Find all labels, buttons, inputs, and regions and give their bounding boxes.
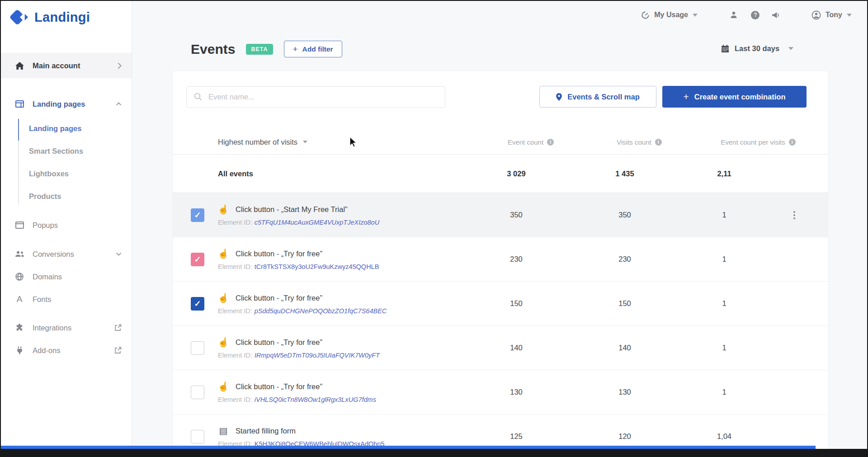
info-icon[interactable]: i [655, 139, 662, 146]
event-count-value: 350 [471, 211, 561, 219]
event-row[interactable]: ✓ ☝ Click button - „Try for free” Elemen… [173, 282, 828, 326]
gauge-icon [641, 11, 650, 19]
add-filter-label: Add filter [302, 45, 333, 53]
all-events-visits-count: 1 435 [561, 170, 688, 178]
sidebar-item-conversions[interactable]: Conversions [1, 243, 132, 265]
info-icon[interactable]: i [547, 139, 554, 146]
bottom-strip [1, 449, 867, 456]
sidebar-item-fonts[interactable]: A Fonts [1, 288, 132, 311]
row-menu-kebab-icon[interactable] [791, 208, 798, 222]
row-checkbox[interactable]: ✓ [191, 297, 204, 311]
help-icon: ? [751, 11, 760, 19]
event-count-value: 130 [471, 388, 561, 396]
chevron-up-icon [116, 102, 122, 106]
check-icon: ✓ [194, 299, 201, 309]
row-checkbox[interactable] [191, 341, 204, 355]
row-checkbox[interactable] [191, 430, 204, 443]
event-name: Click button - „Try for free” [236, 338, 322, 347]
visits-count-value: 120 [561, 432, 688, 441]
info-icon[interactable]: i [789, 139, 796, 146]
click-icon: ☝ [218, 292, 229, 303]
event-count-value: 140 [471, 344, 561, 352]
events-scroll-map-button[interactable]: Events & Scroll map [539, 86, 656, 108]
sidebar-item-label: Main account [33, 61, 80, 70]
per-visits-value: 1 [688, 344, 760, 352]
visits-count-value: 350 [561, 211, 688, 219]
column-header-event-count-per-visits: Event count per visitsi [688, 138, 828, 146]
row-checkbox[interactable] [191, 386, 204, 399]
row-checkbox[interactable]: ✓ [191, 253, 204, 266]
topbar: My Usage ? Tony [132, 1, 867, 29]
plus-icon: + [293, 44, 298, 54]
card-toolbar: Events & Scroll map + Create event combi… [186, 86, 807, 108]
event-name: Click button - „Try for free” [236, 382, 322, 391]
sidebar-item-products[interactable]: Products [1, 185, 132, 207]
element-id-link[interactable]: iVHLSQ0icTn8W8Ow1glRgx3LxUG7fdms [255, 396, 376, 403]
brand-name: Landingi [34, 10, 90, 25]
sidebar-item-popups[interactable]: Popups [1, 214, 132, 236]
sidebar-item-label: Popups [33, 221, 58, 230]
my-usage-dropdown[interactable]: My Usage [641, 11, 698, 19]
sidebar-item-label: Add-ons [33, 346, 60, 355]
click-icon: ☝ [218, 204, 229, 215]
element-id-label: Element ID: [218, 307, 252, 315]
sidebar-item-label: Landing pages [33, 100, 85, 108]
event-row[interactable]: ☝ Click button - „Try for free” Element … [173, 326, 828, 370]
element-id-link[interactable]: pSdd5quDCHGNePOQObzZO1fqC7S64BEC [255, 307, 387, 315]
announcements-button[interactable] [766, 11, 788, 19]
caret-down-icon [693, 14, 698, 17]
search-icon [194, 93, 202, 101]
event-name: Click button - „Try for free” [236, 294, 322, 302]
landingi-logo[interactable]: Landingi [9, 8, 90, 26]
beta-badge: BETA [246, 44, 273, 55]
click-icon: ☝ [218, 337, 229, 348]
landing-pages-icon [14, 100, 24, 108]
element-id-link[interactable]: tCr8TkSTSX8y3oU2Fw9uKzwyz45QQHLB [255, 263, 379, 270]
sidebar-item-add-ons[interactable]: Add-ons [1, 339, 132, 362]
chevron-right-icon [118, 62, 122, 69]
element-id-label: Element ID: [218, 352, 252, 359]
check-icon: ✓ [194, 254, 201, 264]
event-row[interactable]: ✓ ☝ Click button - „Try for free” Elemen… [173, 237, 828, 282]
puzzle-icon [14, 324, 24, 332]
row-checkbox[interactable]: ✓ [191, 208, 204, 222]
sidebar-group-landing-pages[interactable]: Landing pages [1, 93, 132, 115]
team-icon [729, 11, 739, 19]
events-table-body: ✓ ☝ Click button - „Start My Free Trial”… [173, 193, 828, 457]
check-icon: ✓ [194, 210, 201, 220]
add-filter-button[interactable]: + Add filter [284, 41, 342, 57]
team-button[interactable] [723, 11, 745, 19]
all-events-label: All events [218, 170, 471, 178]
sidebar-item-landing-pages[interactable]: Landing pages [1, 117, 132, 140]
sidebar-item-smart-sections[interactable]: Smart Sections [1, 140, 132, 162]
landing-pages-submenu: Landing pages Smart Sections Lightboxes … [1, 117, 132, 207]
user-menu[interactable]: Tony [811, 10, 852, 20]
search-input[interactable] [208, 93, 438, 101]
event-count-value: 230 [471, 255, 561, 264]
sidebar-item-domains[interactable]: Domains [1, 265, 132, 288]
map-pin-icon [556, 93, 562, 101]
sidebar-item-main-account[interactable]: Main account [1, 53, 132, 78]
date-range-dropdown[interactable]: Last 30 days [721, 44, 793, 53]
video-progress-bar [1, 446, 816, 449]
event-row[interactable]: ☝ Click button - „Try for free” Element … [173, 370, 828, 415]
external-link-icon [114, 347, 122, 354]
sort-dropdown[interactable]: Highest number of visits [173, 138, 471, 146]
help-button[interactable]: ? [745, 11, 766, 19]
event-row[interactable]: ✓ ☝ Click button - „Start My Free Trial”… [173, 193, 828, 237]
element-id-link[interactable]: IRmpqW5eDTmT09oJ5IUIaFQVIK7W0yFT [255, 352, 380, 359]
element-id-label: Element ID: [218, 263, 252, 270]
sidebar-item-lightboxes[interactable]: Lightboxes [1, 162, 132, 185]
create-event-combination-button[interactable]: + Create event combination [662, 86, 807, 108]
all-events-row: All events 3 029 1 435 2,11 [173, 155, 828, 193]
user-avatar-icon [811, 10, 821, 20]
column-header-visits-count: Visits counti [576, 138, 703, 146]
table-header-row: Highest number of visits Event counti Vi… [173, 130, 828, 155]
sidebar-item-integrations[interactable]: Integrations [1, 316, 132, 339]
users-icon [14, 251, 24, 257]
page-header: Events BETA + Add filter [191, 41, 342, 57]
element-id-link[interactable]: c5TFqU1M4ucAuxGME4VUxpTJeXIzo8oU [255, 219, 379, 226]
landingi-logo-icon [9, 8, 29, 26]
home-icon [14, 62, 24, 70]
caret-down-icon [788, 47, 793, 50]
